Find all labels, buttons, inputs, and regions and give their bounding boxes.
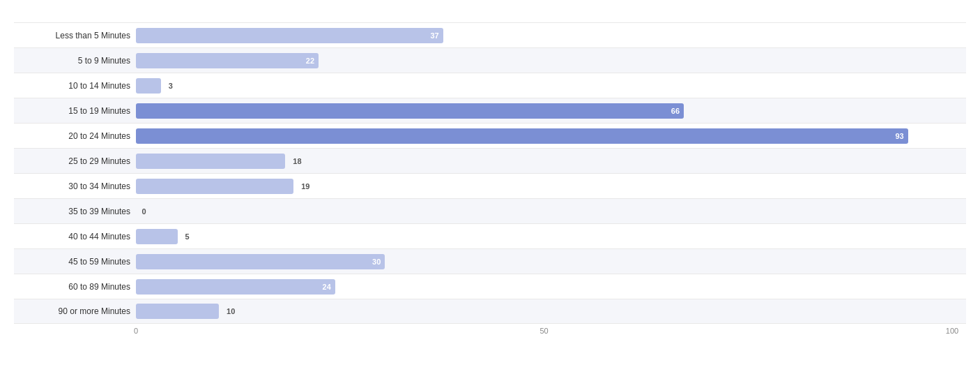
bar-label: 5 to 9 Minutes xyxy=(14,56,136,66)
bar-label: 45 to 59 Minutes xyxy=(14,257,136,267)
bar-value: 93 xyxy=(895,132,908,140)
bar-row: Less than 5 Minutes37 xyxy=(14,22,966,47)
bar-row: 25 to 29 Minutes18 xyxy=(14,148,966,173)
bar-area: 22 xyxy=(136,48,966,73)
bar-track: 30 xyxy=(136,254,966,269)
bar-track: 0 xyxy=(136,204,966,219)
bar-row: 15 to 19 Minutes66 xyxy=(14,98,966,123)
bar-area: 18 xyxy=(136,149,966,173)
bar-track: 37 xyxy=(136,28,966,43)
bar-label: 15 to 19 Minutes xyxy=(14,106,136,116)
bar-area: 30 xyxy=(136,249,966,274)
bar-value: 5 xyxy=(185,232,190,241)
bar-value: 24 xyxy=(323,283,335,291)
x-axis-tick: 100 xyxy=(946,327,958,335)
bar-label: Less than 5 Minutes xyxy=(14,31,136,40)
bar-value: 30 xyxy=(372,258,385,266)
chart-container: Less than 5 Minutes375 to 9 Minutes2210 … xyxy=(0,0,980,365)
bar-row: 30 to 34 Minutes19 xyxy=(14,173,966,198)
bar-area: 0 xyxy=(136,199,966,223)
bar-label: 10 to 14 Minutes xyxy=(14,81,136,91)
bar-area: 19 xyxy=(136,174,966,198)
bar-value: 19 xyxy=(301,182,309,191)
bar-track: 3 xyxy=(136,78,966,94)
bar-row: 35 to 39 Minutes0 xyxy=(14,198,966,223)
bar-area: 93 xyxy=(136,124,966,148)
bar-value: 3 xyxy=(169,82,173,90)
bar-fill: 22 xyxy=(136,53,319,68)
bar-area: 3 xyxy=(136,73,966,98)
x-axis: 050100 xyxy=(136,327,952,339)
bar-row: 20 to 24 Minutes93 xyxy=(14,123,966,148)
bar-track: 93 xyxy=(136,128,966,144)
bar-area: 37 xyxy=(136,23,966,47)
bar-track: 5 xyxy=(136,229,966,244)
bar-value: 37 xyxy=(430,31,443,40)
bar-track: 19 xyxy=(136,179,966,194)
bar-track: 18 xyxy=(136,154,966,169)
bar-fill xyxy=(136,78,161,94)
bar-area: 10 xyxy=(136,299,966,323)
bar-fill: 37 xyxy=(136,28,443,43)
bar-track: 66 xyxy=(136,103,966,119)
bar-value: 66 xyxy=(671,107,684,115)
bar-row: 40 to 44 Minutes5 xyxy=(14,223,966,248)
bar-label: 60 to 89 Minutes xyxy=(14,282,136,292)
bar-fill: 30 xyxy=(136,254,385,269)
bar-label: 90 or more Minutes xyxy=(14,306,136,316)
bar-value: 22 xyxy=(306,57,319,65)
bar-fill: 93 xyxy=(136,128,908,144)
chart-body: Less than 5 Minutes375 to 9 Minutes2210 … xyxy=(14,22,966,324)
bar-fill xyxy=(136,154,285,169)
bar-area: 24 xyxy=(136,274,966,299)
bar-area: 5 xyxy=(136,224,966,248)
bar-value: 10 xyxy=(227,307,235,315)
bar-row: 60 to 89 Minutes24 xyxy=(14,274,966,299)
bar-label: 35 to 39 Minutes xyxy=(14,207,136,216)
bar-label: 25 to 29 Minutes xyxy=(14,156,136,166)
bar-track: 24 xyxy=(136,279,966,295)
bar-row: 90 or more Minutes10 xyxy=(14,299,966,324)
bar-area: 66 xyxy=(136,98,966,123)
bar-row: 10 to 14 Minutes3 xyxy=(14,73,966,98)
bar-fill xyxy=(136,304,219,319)
bar-row: 5 to 9 Minutes22 xyxy=(14,47,966,73)
bar-fill: 66 xyxy=(136,103,684,119)
bar-label: 30 to 34 Minutes xyxy=(14,181,136,191)
bar-value: 18 xyxy=(293,157,301,165)
bar-row: 45 to 59 Minutes30 xyxy=(14,248,966,274)
bar-label: 40 to 44 Minutes xyxy=(14,232,136,241)
x-axis-tick: 50 xyxy=(539,327,548,335)
bar-label: 20 to 24 Minutes xyxy=(14,131,136,141)
bar-fill: 24 xyxy=(136,279,335,295)
bar-track: 22 xyxy=(136,53,966,68)
bar-fill xyxy=(136,229,178,244)
bar-track: 10 xyxy=(136,304,966,319)
bar-fill xyxy=(136,179,293,194)
bar-value: 0 xyxy=(142,207,146,216)
x-axis-tick: 0 xyxy=(134,327,138,335)
